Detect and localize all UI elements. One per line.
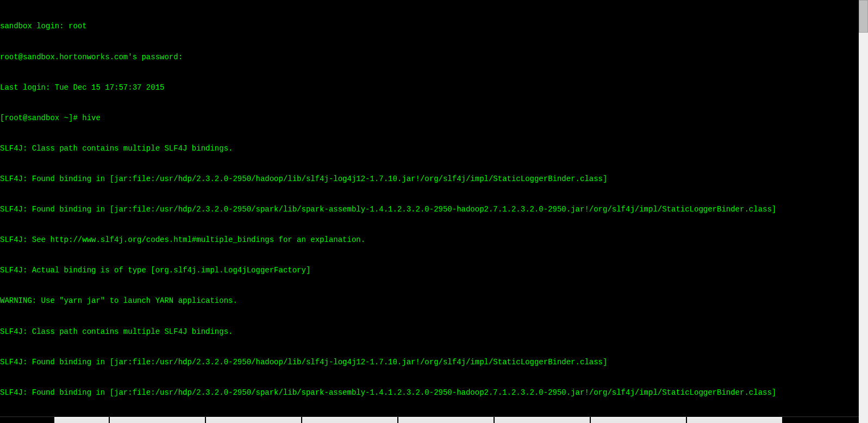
- taskbar-item[interactable]: [591, 417, 686, 423]
- terminal-line: Last login: Tue Dec 15 17:57:37 2015: [0, 83, 868, 93]
- terminal-line: sandbox login: root: [0, 21, 868, 32]
- terminal-line: root@sandbox.hortonworks.com's password:: [0, 52, 868, 63]
- terminal-output[interactable]: sandbox login: root root@sandbox.hortonw…: [0, 0, 868, 423]
- terminal-line: SLF4J: See http://www.slf4j.org/codes.ht…: [0, 235, 868, 245]
- taskbar-item[interactable]: [495, 417, 590, 423]
- terminal-line: [root@sandbox ~]# hive: [0, 113, 868, 123]
- taskbar-item[interactable]: [206, 417, 301, 423]
- taskbar-item[interactable]: [110, 417, 205, 423]
- taskbar-item[interactable]: [398, 417, 494, 423]
- terminal-line: SLF4J: Class path contains multiple SLF4…: [0, 144, 868, 154]
- taskbar-item[interactable]: [302, 417, 397, 423]
- terminal-line: SLF4J: Found binding in [jar:file:/usr/h…: [0, 204, 868, 215]
- terminal-line: SLF4J: Found binding in [jar:file:/usr/h…: [0, 388, 868, 398]
- taskbar-item[interactable]: [687, 417, 782, 423]
- taskbar: [0, 416, 859, 423]
- taskbar-item[interactable]: [54, 417, 109, 423]
- scrollbar-thumb[interactable]: [859, 0, 868, 33]
- terminal-line: SLF4J: Actual binding is of type [org.sl…: [0, 265, 868, 276]
- vertical-scrollbar[interactable]: [859, 0, 868, 423]
- terminal-line: SLF4J: Found binding in [jar:file:/usr/h…: [0, 174, 868, 184]
- terminal-line: SLF4J: Found binding in [jar:file:/usr/h…: [0, 357, 868, 368]
- terminal-line: WARNING: Use "yarn jar" to launch YARN a…: [0, 296, 868, 306]
- terminal-line: SLF4J: Class path contains multiple SLF4…: [0, 327, 868, 337]
